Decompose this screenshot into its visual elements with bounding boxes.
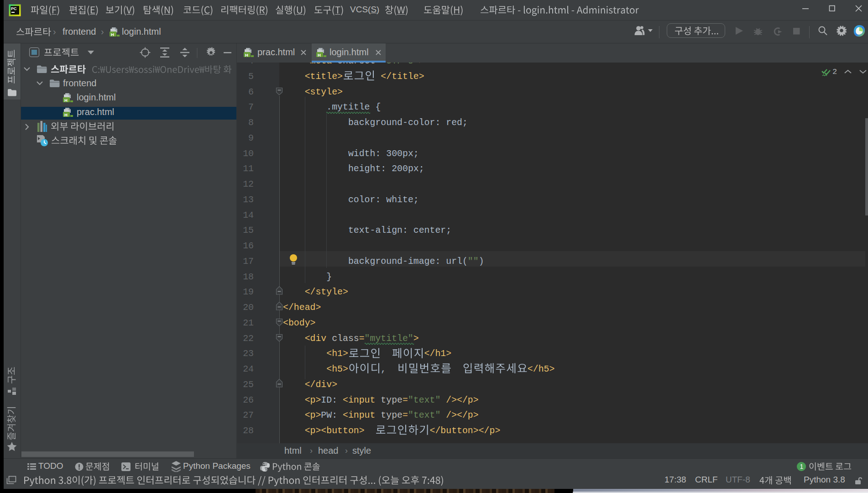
svg-text:PC: PC <box>11 6 17 11</box>
svg-text:H: H <box>245 52 248 58</box>
svg-text:H: H <box>318 52 321 58</box>
svg-text:1: 1 <box>800 463 804 470</box>
svg-text:H: H <box>64 98 68 103</box>
svg-text:H: H <box>111 32 114 37</box>
svg-text:H: H <box>64 112 68 117</box>
